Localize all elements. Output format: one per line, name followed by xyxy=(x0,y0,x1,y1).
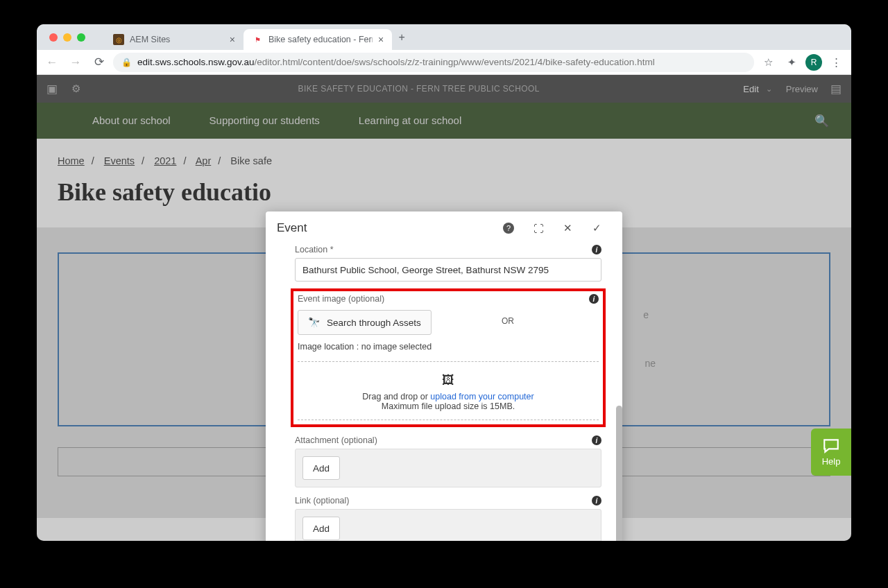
link-field: Link (optional)i Add xyxy=(295,496,601,541)
favicon-icon: ◎ xyxy=(113,34,124,45)
add-link-button[interactable]: Add xyxy=(302,517,340,540)
event-image-section: Event image (optional)i 🔭 Search through… xyxy=(291,288,606,427)
back-button[interactable]: ← xyxy=(42,53,62,72)
dialog-body: Location *i Event image (optional)i 🔭 Se… xyxy=(266,245,622,541)
scrollbar-thumb[interactable] xyxy=(616,406,622,541)
search-assets-button[interactable]: 🔭 Search through Assets xyxy=(298,310,432,335)
close-window-button[interactable] xyxy=(49,33,58,42)
attachment-label: Attachment (optional) xyxy=(295,435,377,445)
drop-zone[interactable]: 🖼 Drag and drop or upload from your comp… xyxy=(298,361,599,420)
location-field: Location *i xyxy=(295,245,601,282)
maximize-window-button[interactable] xyxy=(77,33,85,42)
tab-title: Bike safety education - Fern T xyxy=(268,35,373,44)
add-attachment-button[interactable]: Add xyxy=(302,456,340,480)
tab-bike-safety[interactable]: ⚑ Bike safety education - Fern T × xyxy=(244,29,392,50)
location-input[interactable] xyxy=(295,258,601,282)
tab-aem-sites[interactable]: ◎ AEM Sites × xyxy=(105,29,244,50)
address-bar: ← → ⟳ 🔒 edit.sws.schools.nsw.gov.au/edit… xyxy=(37,50,851,75)
event-dialog: Event ? ⛶ ✕ ✓ Location *i Event image (o… xyxy=(266,211,622,541)
fullscreen-icon[interactable]: ⛶ xyxy=(524,223,553,234)
upload-link[interactable]: upload from your computer xyxy=(430,392,533,401)
url-field[interactable]: 🔒 edit.sws.schools.nsw.gov.au/editor.htm… xyxy=(113,53,754,72)
star-icon[interactable]: ☆ xyxy=(758,53,778,72)
close-tab-icon[interactable]: × xyxy=(378,34,384,45)
drop-text: Drag and drop or xyxy=(362,392,430,401)
info-icon[interactable]: i xyxy=(589,294,599,304)
search-assets-label: Search through Assets xyxy=(327,318,421,328)
reload-button[interactable]: ⟳ xyxy=(89,53,109,72)
forward-button[interactable]: → xyxy=(66,53,85,72)
binoculars-icon: 🔭 xyxy=(308,317,320,328)
favicon-icon: ⚑ xyxy=(252,34,263,45)
info-icon[interactable]: i xyxy=(592,496,601,505)
help-icon[interactable]: ? xyxy=(503,223,514,234)
attachment-field: Attachment (optional)i Add xyxy=(295,435,601,487)
location-label: Location * xyxy=(295,245,334,254)
dialog-title: Event xyxy=(277,221,307,235)
or-text: OR xyxy=(502,316,514,326)
drop-max-text: Maximum file upload size is 15MB. xyxy=(382,401,515,411)
minimize-window-button[interactable] xyxy=(63,33,71,42)
close-tab-icon[interactable]: × xyxy=(230,34,235,45)
image-location-text: Image location : no image selected xyxy=(298,342,599,352)
image-icon: 🖼 xyxy=(442,373,454,388)
new-tab-button[interactable]: + xyxy=(392,31,411,44)
browser-window: ◎ AEM Sites × ⚑ Bike safety education - … xyxy=(37,24,851,541)
url-path: /editor.html/content/doe/sws/schools/z/z… xyxy=(255,57,655,67)
tab-strip: ◎ AEM Sites × ⚑ Bike safety education - … xyxy=(37,24,851,50)
link-label: Link (optional) xyxy=(295,496,350,505)
traffic-lights xyxy=(44,33,91,42)
help-label: Help xyxy=(822,456,841,467)
help-badge[interactable]: Help xyxy=(811,429,851,476)
menu-icon[interactable]: ⋮ xyxy=(826,53,846,72)
content-area: ▣ ⚙ BIKE SAFETY EDUCATION - FERN TREE PU… xyxy=(37,75,851,541)
chat-icon xyxy=(822,438,840,453)
event-image-label: Event image (optional) xyxy=(298,294,384,304)
dialog-header: Event ? ⛶ ✕ ✓ xyxy=(266,211,622,245)
extensions-icon[interactable]: ✦ xyxy=(782,53,801,72)
avatar[interactable]: R xyxy=(805,54,822,71)
close-icon[interactable]: ✕ xyxy=(553,222,582,234)
tab-title: AEM Sites xyxy=(130,35,170,44)
info-icon[interactable]: i xyxy=(592,435,601,445)
done-icon[interactable]: ✓ xyxy=(582,222,611,234)
info-icon[interactable]: i xyxy=(592,245,601,254)
lock-icon: 🔒 xyxy=(121,58,132,67)
url-domain: edit.sws.schools.nsw.gov.au xyxy=(137,57,255,67)
